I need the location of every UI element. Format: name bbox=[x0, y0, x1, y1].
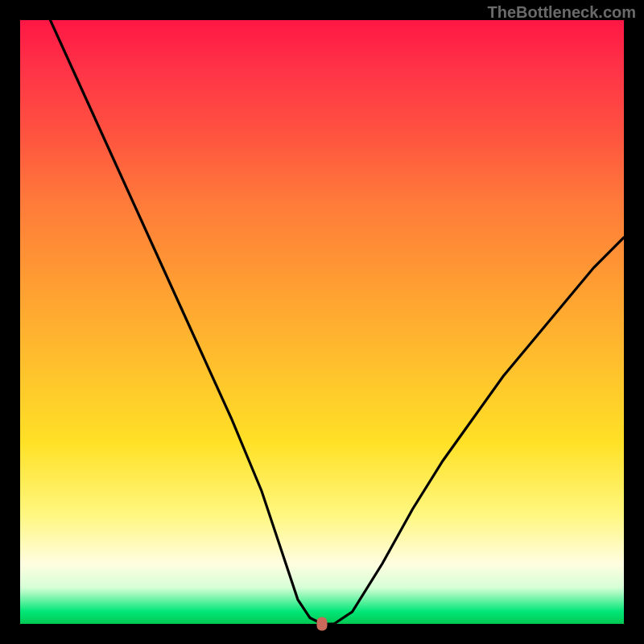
watermark-text: TheBottleneck.com bbox=[488, 3, 636, 22]
curve-svg bbox=[20, 20, 624, 624]
plot-area bbox=[20, 20, 624, 624]
optimal-point-marker bbox=[317, 617, 328, 631]
bottleneck-curve bbox=[51, 20, 625, 624]
